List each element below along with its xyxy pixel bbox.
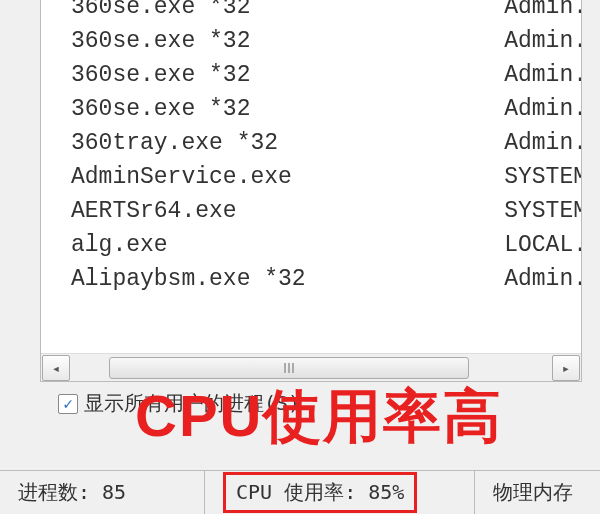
process-name: AdminService.exe — [71, 160, 504, 194]
table-row[interactable]: Alipaybsm.exe *32 Admin. — [71, 262, 581, 296]
status-bar: 进程数: 85 CPU 使用率: 85% 物理内存 — [0, 470, 600, 514]
process-user: Admin. — [504, 92, 581, 126]
thumb-grip-icon — [284, 363, 294, 373]
process-user: Admin. — [504, 126, 581, 160]
cpu-usage-cell: CPU 使用率: 85% — [205, 471, 475, 514]
task-manager-window: 360se.exe *32 Admin. 360se.exe *32 Admin… — [0, 0, 600, 514]
process-user: Admin. — [504, 24, 581, 58]
process-panel: 360se.exe *32 Admin. 360se.exe *32 Admin… — [40, 0, 582, 382]
process-name: AERTSr64.exe — [71, 194, 504, 228]
table-row[interactable]: alg.exe LOCAL. — [71, 228, 581, 262]
process-name: 360se.exe *32 — [71, 58, 504, 92]
table-row[interactable]: 360tray.exe *32 Admin. — [71, 126, 581, 160]
table-row[interactable]: 360se.exe *32 Admin. — [71, 58, 581, 92]
scroll-track[interactable] — [71, 355, 551, 381]
scroll-left-arrow-icon[interactable]: ◂ — [42, 355, 70, 381]
annotation-overlay: CPU使用率高 — [135, 378, 503, 456]
memory-cell: 物理内存 — [475, 471, 600, 514]
process-user: SYSTEM — [504, 160, 581, 194]
process-user: Admin. — [504, 262, 581, 296]
scroll-right-arrow-icon[interactable]: ▸ — [552, 355, 580, 381]
process-user: Admin. — [504, 58, 581, 92]
process-name: 360tray.exe *32 — [71, 126, 504, 160]
process-name: Alipaybsm.exe *32 — [71, 262, 504, 296]
table-row[interactable]: AdminService.exe SYSTEM — [71, 160, 581, 194]
process-count-label: 进程数: 85 — [18, 479, 126, 506]
show-all-users-checkbox[interactable]: ✓ — [58, 394, 78, 414]
table-row[interactable]: 360se.exe *32 Admin. — [71, 24, 581, 58]
process-user: SYSTEM — [504, 194, 581, 228]
process-count-cell: 进程数: 85 — [0, 471, 205, 514]
process-user: Admin. — [504, 0, 581, 24]
table-row[interactable]: AERTSr64.exe SYSTEM — [71, 194, 581, 228]
process-name: 360se.exe *32 — [71, 0, 504, 24]
memory-label: 物理内存 — [493, 479, 573, 506]
table-row[interactable]: 360se.exe *32 Admin. — [71, 92, 581, 126]
process-user: LOCAL. — [504, 228, 581, 262]
process-name: 360se.exe *32 — [71, 92, 504, 126]
check-icon: ✓ — [63, 394, 73, 413]
cpu-usage-label: CPU 使用率: 85% — [223, 472, 417, 513]
table-row[interactable]: 360se.exe *32 Admin. — [71, 0, 581, 24]
process-list[interactable]: 360se.exe *32 Admin. 360se.exe *32 Admin… — [41, 0, 581, 350]
process-name: alg.exe — [71, 228, 504, 262]
horizontal-scrollbar[interactable]: ◂ ▸ — [41, 353, 581, 381]
scroll-thumb[interactable] — [109, 357, 469, 379]
process-name: 360se.exe *32 — [71, 24, 504, 58]
